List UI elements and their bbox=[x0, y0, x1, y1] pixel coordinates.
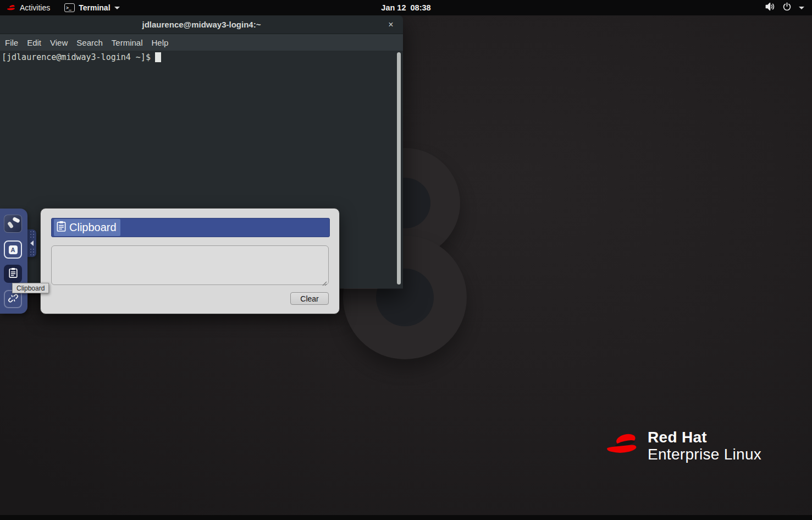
shell-prompt-line: [jdlaurence@midway3-login4 ~]$ bbox=[2, 52, 161, 62]
app-menu-label: Terminal bbox=[79, 3, 110, 12]
window-title: jdlaurence@midway3-login4:~ bbox=[142, 20, 261, 29]
toolbar-collapse-handle[interactable] bbox=[27, 229, 36, 257]
menu-view[interactable]: View bbox=[46, 34, 72, 51]
brand-title: Red Hat bbox=[648, 429, 761, 446]
clipboard-icon bbox=[56, 221, 67, 234]
letter-a-icon: A bbox=[9, 245, 18, 254]
power-icon bbox=[782, 2, 792, 14]
brand-subtitle: Enterprise Linux bbox=[648, 446, 761, 463]
grip-dots bbox=[30, 249, 34, 255]
chevron-down-icon bbox=[799, 7, 804, 9]
terminal-menubar: File Edit View Search Terminal Help bbox=[0, 34, 403, 51]
menu-file[interactable]: File bbox=[1, 34, 23, 51]
redhat-brand-lockup: Red Hat Enterprise Linux bbox=[605, 429, 761, 463]
redhat-fedora-icon bbox=[605, 431, 640, 459]
clipboard-tooltip: Clipboard bbox=[12, 283, 49, 293]
thinlinc-logo-icon bbox=[7, 216, 20, 232]
menu-edit[interactable]: Edit bbox=[23, 34, 46, 51]
menu-terminal[interactable]: Terminal bbox=[107, 34, 147, 51]
shell-prompt: [jdlaurence@midway3-login4 ~]$ bbox=[2, 52, 151, 62]
clipboard-dialog-header: Clipboard bbox=[51, 218, 330, 237]
keyboard-button[interactable]: A bbox=[4, 240, 22, 259]
clipboard-tool-button[interactable] bbox=[4, 265, 22, 283]
screen-bottom-strip bbox=[0, 515, 812, 520]
activities-button[interactable]: Activities bbox=[20, 3, 50, 12]
thinlinc-menu-button[interactable] bbox=[4, 215, 22, 233]
close-window-button[interactable]: × bbox=[384, 15, 397, 34]
grip-dots bbox=[30, 231, 34, 238]
terminal-app-icon: >_ bbox=[64, 3, 75, 12]
app-menu-button[interactable]: >_ Terminal bbox=[64, 3, 119, 12]
menu-help[interactable]: Help bbox=[147, 34, 173, 51]
redhat-logo-icon bbox=[7, 4, 16, 12]
volume-icon bbox=[765, 2, 775, 13]
clear-button[interactable]: Clear bbox=[290, 292, 329, 305]
system-status-area[interactable] bbox=[765, 2, 804, 14]
gnome-top-bar: Activities >_ Terminal Jan 12 08:38 bbox=[0, 0, 812, 15]
terminal-cursor bbox=[155, 52, 161, 62]
clock-button[interactable]: Jan 12 08:38 bbox=[381, 0, 430, 15]
terminal-titlebar[interactable]: jdlaurence@midway3-login4:~ × bbox=[0, 15, 403, 34]
chevron-left-icon bbox=[30, 240, 34, 246]
clipboard-dialog: Clipboard Clear bbox=[40, 208, 340, 314]
clipboard-dialog-title: Clipboard bbox=[69, 221, 117, 234]
chevron-down-icon bbox=[114, 7, 120, 9]
clipboard-textarea[interactable] bbox=[51, 245, 329, 285]
clipboard-header-chip: Clipboard bbox=[54, 219, 120, 236]
thinlinc-toolbar: A bbox=[0, 209, 27, 314]
broken-link-icon bbox=[8, 293, 19, 306]
terminal-scrollbar[interactable] bbox=[397, 52, 401, 284]
clipboard-icon bbox=[8, 267, 18, 281]
menu-search[interactable]: Search bbox=[72, 34, 107, 51]
